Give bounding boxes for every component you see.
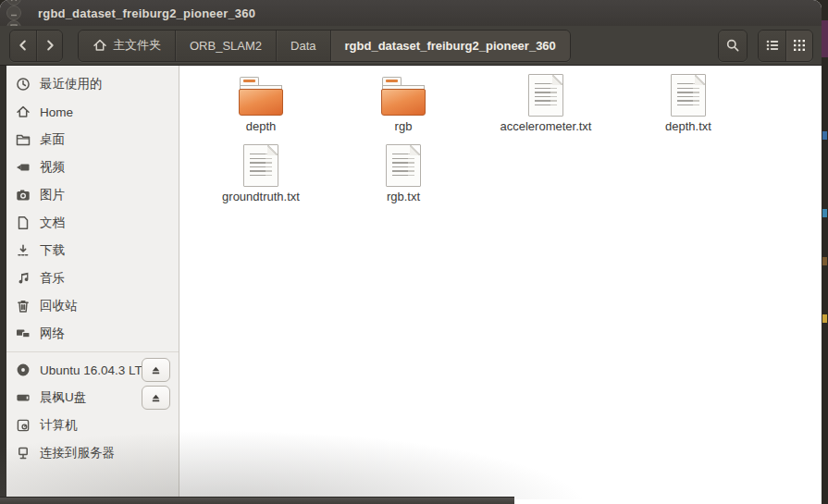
- video-icon: [16, 160, 31, 175]
- camera-icon: [16, 188, 31, 203]
- search-icon: [725, 38, 740, 53]
- sidebar-item[interactable]: 网络: [6, 320, 179, 348]
- sidebar-item[interactable]: 连接到服务器: [6, 439, 179, 467]
- file-item[interactable]: rgb.txt: [332, 143, 475, 206]
- view-list-icon: [765, 38, 780, 53]
- sidebar-item-label: 音乐: [40, 270, 65, 287]
- folder-icon: [381, 77, 426, 116]
- file-item[interactable]: groundtruth.txt: [190, 143, 332, 206]
- sidebar-separator: [6, 351, 179, 352]
- eject-button[interactable]: [142, 386, 170, 410]
- file-item[interactable]: depth.txt: [617, 73, 760, 136]
- document-icon: [16, 215, 31, 230]
- title-bar[interactable]: rgbd_dataset_freiburg2_pioneer_360: [0, 0, 822, 26]
- music-icon: [16, 271, 31, 286]
- file-label: rgb: [395, 119, 413, 133]
- file-label: depth: [246, 119, 277, 133]
- window-title: rgbd_dataset_freiburg2_pioneer_360: [38, 6, 255, 20]
- text-file-icon: [528, 74, 563, 117]
- breadcrumb-label: rgbd_dataset_freiburg2_pioneer_360: [345, 39, 556, 53]
- file-item[interactable]: depth: [190, 73, 332, 136]
- sidebar-item[interactable]: 视频: [6, 154, 179, 181]
- sidebar-item-label: 最近使用的: [40, 76, 103, 92]
- trash-icon: [16, 299, 31, 313]
- sidebar-item-label: 晨枫U盘: [40, 389, 86, 406]
- text-lines: [250, 154, 270, 178]
- search-button-group: [718, 30, 748, 62]
- network-icon: [16, 326, 31, 341]
- toolbar: 主文件夹ORB_SLAM2Datargbd_dataset_freiburg2_…: [0, 26, 822, 66]
- file-label: groundtruth.txt: [222, 190, 300, 203]
- sidebar-devices: Ubuntu 16.04.3 LT...晨枫U盘计算机连接到服务器: [6, 356, 179, 467]
- file-icon-slot: [381, 73, 426, 117]
- breadcrumb-label: ORB_SLAM2: [190, 39, 262, 53]
- desktop-wallpaper-fragment: [822, 314, 827, 323]
- sidebar-item[interactable]: 图片: [6, 181, 179, 209]
- view-toggle-group: [758, 30, 813, 62]
- breadcrumb: 主文件夹ORB_SLAM2Datargbd_dataset_freiburg2_…: [78, 30, 571, 62]
- text-file-icon: [243, 144, 278, 187]
- breadcrumb-item[interactable]: 主文件夹: [79, 31, 175, 61]
- sidebar-item-label: Home: [40, 105, 73, 119]
- desktop-wallpaper-fragment: [822, 20, 828, 57]
- sidebar-item[interactable]: 最近使用的: [6, 70, 179, 98]
- file-label: rgb.txt: [387, 190, 420, 203]
- sidebar-item-label: 图片: [40, 187, 65, 203]
- sidebar-item[interactable]: 计算机: [6, 412, 179, 439]
- view-grid-icon: [792, 38, 807, 53]
- sidebar-item-label: Ubuntu 16.04.3 LT...: [40, 363, 152, 377]
- file-icon-slot: [528, 73, 563, 117]
- eject-button[interactable]: [142, 358, 170, 382]
- list-view-button[interactable]: [759, 31, 785, 61]
- desktop-wallpaper-fragment: [822, 131, 827, 140]
- sidebar-item[interactable]: 桌面: [6, 126, 179, 154]
- file-manager-window: rgbd_dataset_freiburg2_pioneer_360 主文件夹O…: [0, 0, 822, 504]
- breadcrumb-item[interactable]: ORB_SLAM2: [175, 31, 276, 61]
- text-lines: [677, 83, 698, 107]
- file-label: depth.txt: [665, 119, 711, 133]
- folder-icon: [16, 132, 31, 147]
- sidebar-item-label: 桌面: [40, 131, 65, 148]
- sidebar-item-label: 连接到服务器: [40, 445, 115, 461]
- file-grid: depthrgbaccelerometer.txtdepth.txtground…: [179, 66, 822, 206]
- minimize-button[interactable]: [6, 6, 21, 20]
- page-fold: [410, 145, 420, 155]
- sidebar-item[interactable]: 文档: [6, 209, 179, 237]
- sidebar-item[interactable]: 音乐: [6, 264, 179, 292]
- sidebar-item[interactable]: Home: [6, 98, 179, 126]
- folder-front: [381, 89, 426, 116]
- sidebar-item-label: 计算机: [40, 417, 78, 434]
- forward-button[interactable]: [36, 31, 62, 61]
- chevron-left-icon: [16, 38, 31, 53]
- home-icon: [16, 104, 31, 119]
- back-button[interactable]: [10, 31, 36, 61]
- home-icon: [93, 38, 107, 53]
- file-item[interactable]: rgb: [332, 73, 475, 136]
- file-label: accelerometer.txt: [501, 119, 592, 133]
- breadcrumb-label: 主文件夹: [113, 37, 161, 54]
- disc-icon: [16, 363, 31, 377]
- breadcrumb-label: Data: [290, 39, 315, 53]
- sidebar: 最近使用的Home桌面视频图片文档下载音乐回收站网络 Ubuntu 16.04.…: [0, 66, 179, 504]
- sidebar-item[interactable]: 晨枫U盘: [6, 384, 179, 412]
- file-item[interactable]: accelerometer.txt: [475, 73, 617, 136]
- sidebar-item-label: 视频: [40, 159, 65, 176]
- page-fold: [267, 145, 278, 155]
- text-file-icon: [386, 144, 421, 187]
- breadcrumb-item-current[interactable]: rgbd_dataset_freiburg2_pioneer_360: [330, 31, 570, 61]
- sidebar-item[interactable]: 下载: [6, 237, 179, 264]
- usb-icon: [16, 390, 31, 405]
- file-view[interactable]: depthrgbaccelerometer.txtdepth.txtground…: [179, 66, 822, 504]
- toolbar-right-tools: [718, 30, 813, 62]
- desktop-wallpaper-fragment: [822, 209, 827, 217]
- folder-front: [239, 89, 283, 116]
- search-button[interactable]: [719, 31, 747, 61]
- breadcrumb-item[interactable]: Data: [276, 31, 329, 61]
- sidebar-item[interactable]: Ubuntu 16.04.3 LT...: [6, 356, 179, 384]
- grid-view-button[interactable]: [785, 31, 812, 61]
- sidebar-item-label: 回收站: [40, 298, 78, 314]
- nav-button-group: [9, 30, 63, 62]
- file-icon-slot: [239, 73, 283, 117]
- desktop: rgbd_dataset_freiburg2_pioneer_360 主文件夹O…: [0, 0, 828, 504]
- sidebar-item[interactable]: 回收站: [6, 292, 179, 320]
